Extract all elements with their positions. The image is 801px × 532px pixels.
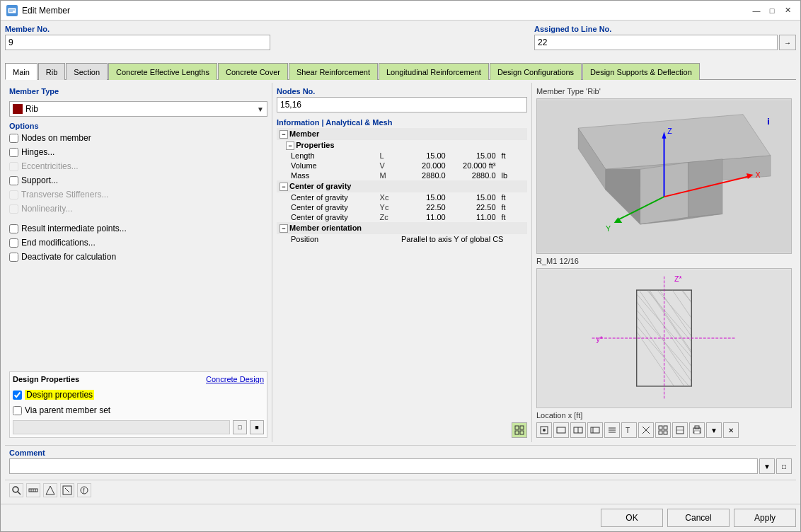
member-toggle[interactable]: −: [280, 130, 288, 139]
toolbar-btn-6[interactable]: T: [621, 422, 637, 438]
left-spacer: [9, 268, 267, 367]
toolbar-btn-9[interactable]: [672, 422, 688, 438]
member-type-section: Member Type Rib ▼: [9, 87, 267, 117]
tab-main[interactable]: Main: [5, 63, 38, 80]
member-type-select[interactable]: Rib ▼: [9, 101, 267, 117]
design-props-section: Design Properties Concrete Design Design…: [9, 371, 267, 438]
option-support-checkbox[interactable]: [9, 176, 18, 185]
tab-concrete-effective-lengths[interactable]: Concrete Effective Lengths: [108, 63, 217, 80]
grid-icon[interactable]: [512, 422, 527, 438]
edit-member-window: Edit Member — □ ✕ Member No. Assigned to…: [0, 0, 801, 532]
toolbar-btn-2[interactable]: [553, 422, 569, 438]
option-hinges-checkbox[interactable]: [9, 148, 18, 157]
table-row: Center of gravity Yc 22.50 22.50 ft: [277, 202, 527, 212]
position-value: Parallel to axis Y of global CS: [398, 234, 527, 244]
orientation-toggle[interactable]: −: [280, 224, 288, 233]
tab-longitudinal-reinforcement[interactable]: Longitudinal Reinforcement: [379, 63, 489, 80]
option-eccentricities-checkbox: [9, 162, 18, 171]
option-deactivate-checkbox[interactable]: [9, 253, 18, 262]
volume-val1: 20.000: [398, 161, 449, 170]
nodes-header: Nodes No.: [277, 87, 527, 96]
assigned-input[interactable]: [534, 35, 778, 50]
option-hinges: Hinges...: [9, 145, 267, 159]
member-type-arrow-icon: ▼: [257, 105, 264, 113]
tab-design-supports-deflection[interactable]: Design Supports & Deflection: [582, 63, 700, 80]
design-input-field[interactable]: [13, 420, 230, 434]
tab-rib[interactable]: Rib: [38, 63, 66, 80]
member-section-header: −Member: [277, 128, 527, 140]
toolbar-btn-4[interactable]: [587, 422, 603, 438]
length-unit: ft: [499, 151, 527, 161]
toolbar-btn-7[interactable]: [638, 422, 654, 438]
option-eccentricities: Eccentricities...: [9, 159, 267, 173]
assigned-row: →: [534, 35, 796, 50]
member-no-input[interactable]: [5, 35, 270, 50]
status-icon-search[interactable]: [9, 483, 23, 497]
toolbar-btn-close[interactable]: ✕: [723, 422, 739, 438]
design-props-item-1: Design properties: [13, 388, 264, 402]
right-panel: Member Type 'Rib': [531, 83, 796, 442]
toolbar-btn-8[interactable]: [655, 422, 671, 438]
tabs-row: Main Rib Section Concrete Effective Leng…: [5, 63, 796, 80]
cog-xc-sym: Xc: [377, 192, 398, 202]
member-type-value: Rib: [25, 104, 254, 114]
cog-xc-val2: 15.00: [449, 192, 499, 202]
status-icon-3[interactable]: [43, 483, 57, 497]
table-row: Position Parallel to axis Y of global CS: [277, 234, 527, 244]
svg-rect-69: [694, 431, 700, 434]
assigned-btn[interactable]: →: [779, 35, 796, 50]
tab-section[interactable]: Section: [66, 63, 108, 80]
svg-rect-64: [664, 431, 667, 434]
close-button[interactable]: ✕: [780, 4, 795, 18]
member-type-3d-label: Member Type 'Rib': [536, 87, 792, 96]
ok-button[interactable]: OK: [601, 509, 663, 527]
svg-rect-5: [515, 431, 519, 434]
design-props-checkbox-1[interactable]: [13, 391, 22, 400]
table-row: Length L 15.00 15.00 ft: [277, 151, 527, 161]
option-end-modifications-label: End modifications...: [21, 238, 96, 248]
cog-toggle[interactable]: −: [280, 183, 288, 191]
cog-yc-val1: 22.50: [398, 202, 449, 212]
status-icon-4[interactable]: [60, 483, 74, 497]
design-props-checkbox-2[interactable]: [13, 406, 22, 415]
toolbar-btn-5[interactable]: [604, 422, 620, 438]
design-props-item-2: Via parent member set: [13, 403, 264, 417]
status-icons: f: [9, 483, 91, 497]
design-props-title: Design Properties: [13, 375, 79, 383]
maximize-button[interactable]: □: [765, 4, 779, 18]
tab-shear-reinforcement[interactable]: Shear Reinforcement: [289, 63, 378, 80]
cancel-button[interactable]: Cancel: [667, 509, 730, 527]
cog-yc-sym: Yc: [377, 202, 398, 212]
option-end-modifications-checkbox[interactable]: [9, 238, 18, 248]
apply-button[interactable]: Apply: [734, 509, 796, 527]
comment-edit-btn[interactable]: □: [776, 458, 792, 474]
minimize-button[interactable]: —: [749, 4, 763, 18]
option-result-intermediate-label: Result intermediate points...: [21, 224, 127, 233]
design-icon-btn-2[interactable]: ■: [250, 420, 264, 434]
info-table: −Member −Properties Length: [277, 128, 527, 244]
status-icon-measure[interactable]: [26, 483, 40, 497]
properties-toggle[interactable]: −: [286, 141, 294, 150]
table-row: −Properties: [277, 140, 527, 151]
mass-val1: 2880.0: [398, 170, 449, 180]
design-icon-btn-1[interactable]: □: [233, 420, 247, 434]
tab-design-configurations[interactable]: Design Configurations: [490, 63, 582, 80]
tab-concrete-cover[interactable]: Concrete Cover: [218, 63, 288, 80]
toolbar-btn-1[interactable]: [536, 422, 552, 438]
toolbar-btn-3[interactable]: [570, 422, 586, 438]
comment-input[interactable]: [9, 458, 758, 474]
toolbar-btn-print[interactable]: [689, 422, 705, 438]
option-nonlinearity: Nonlinearity...: [9, 202, 267, 216]
option-nodes-on-member-checkbox[interactable]: [9, 134, 18, 143]
nodes-input[interactable]: [277, 97, 527, 112]
comment-dropdown-btn[interactable]: ▼: [759, 458, 775, 474]
middle-panel: Nodes No. Information | Analytical & Mes…: [272, 83, 531, 442]
length-val1: 15.00: [398, 151, 449, 161]
length-sym: L: [377, 151, 398, 161]
toolbar-btn-dropdown[interactable]: ▼: [706, 422, 722, 438]
option-result-intermediate-checkbox[interactable]: [9, 224, 18, 233]
status-icon-5[interactable]: f: [77, 483, 91, 497]
svg-text:Y: Y: [606, 224, 611, 233]
svg-rect-61: [659, 426, 662, 429]
concrete-design-link[interactable]: Concrete Design: [206, 375, 264, 383]
